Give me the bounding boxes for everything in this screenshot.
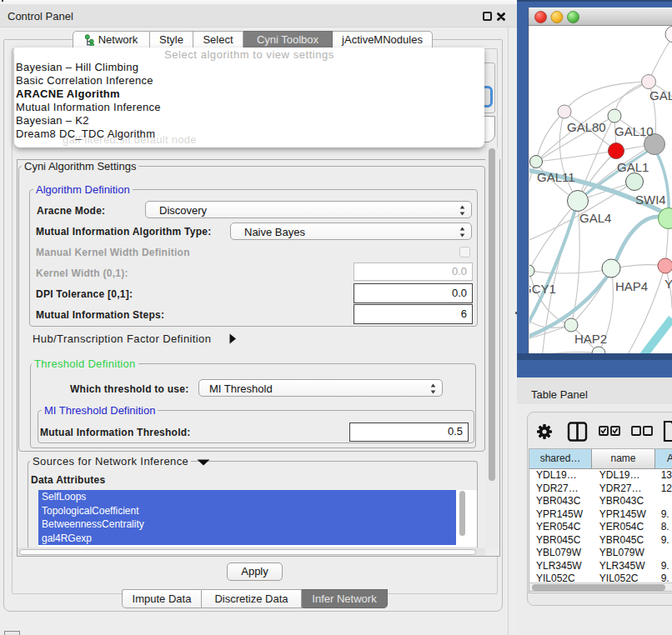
svg-text:HAP4: HAP4 [615,279,648,293]
svg-text:GAL4: GAL4 [579,211,611,225]
svg-text:HAP2: HAP2 [574,332,607,346]
svg-text:GAL10: GAL10 [614,124,654,138]
svg-text:GAL11: GAL11 [537,170,575,184]
svg-text:GAL1: GAL1 [617,160,649,174]
svg-text:SWI4: SWI4 [635,192,666,207]
svg-text:Y: Y [664,277,672,291]
svg-text:GAL80: GAL80 [567,120,606,134]
svg-text:GAL8: GAL8 [649,88,672,102]
